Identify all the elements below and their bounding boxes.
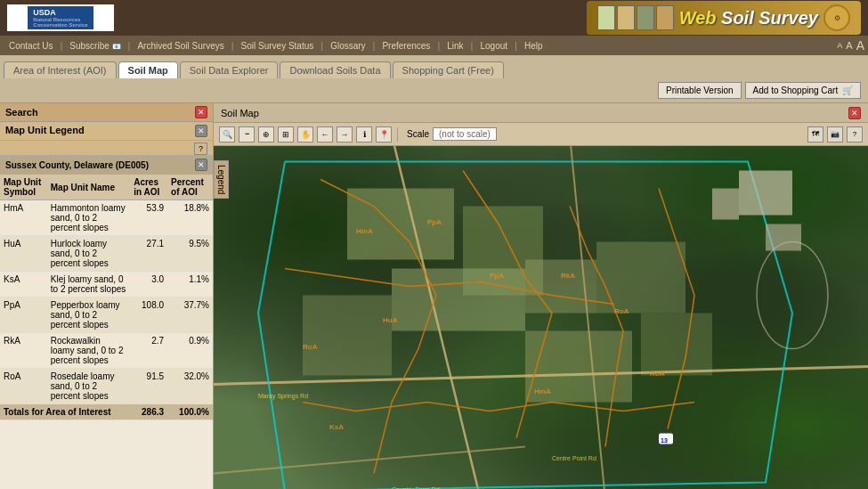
county-name: Sussex County, Delaware (DE005) xyxy=(5,160,149,170)
usda-text: USDA xyxy=(33,8,87,17)
search-close-button[interactable]: ✕ xyxy=(195,106,207,118)
nav-help[interactable]: Help xyxy=(519,39,548,53)
add-to-shopping-cart-button[interactable]: Add to Shopping Cart 🛒 xyxy=(745,82,861,99)
font-small[interactable]: A xyxy=(837,41,842,50)
nav-preferences[interactable]: Preferences xyxy=(377,39,435,53)
info-tool[interactable]: ℹ xyxy=(356,126,372,143)
action-bar: Printable Version Add to Shopping Cart 🛒 xyxy=(0,78,868,103)
totals-acres: 286.3 xyxy=(130,404,167,420)
svg-text:Country Farm Rd: Country Farm Rd xyxy=(392,486,440,490)
map-unit-legend-label: Map Unit Legend xyxy=(5,125,85,137)
forward-tool[interactable]: → xyxy=(337,126,353,143)
cell-acres: 2.7 xyxy=(130,333,167,369)
cell-percent: 1.1% xyxy=(167,272,213,297)
svg-rect-10 xyxy=(596,242,685,314)
legend-help-row: ? xyxy=(0,141,213,156)
svg-text:HuA: HuA xyxy=(383,316,398,324)
svg-rect-12 xyxy=(641,314,712,376)
nav-contact-us[interactable]: Contact Us xyxy=(4,39,58,53)
county-header: Sussex County, Delaware (DE005) ✕ xyxy=(0,156,213,175)
cell-acres: 53.9 xyxy=(130,200,167,236)
totals-label: Totals for Area of Interest xyxy=(0,404,130,420)
tab-soil-data[interactable]: Soil Data Explorer xyxy=(180,61,279,78)
cell-acres: 27.1 xyxy=(130,236,167,272)
map-close-button[interactable]: ✕ xyxy=(848,107,861,119)
nav-soil-survey-status[interactable]: Soil Survey Status xyxy=(236,39,320,53)
cell-name: Hammonton loamy sand, 0 to 2 percent slo… xyxy=(47,200,130,236)
table-row: PpA Pepperbox loamy sand, 0 to 2 percent… xyxy=(0,297,213,333)
svg-text:13: 13 xyxy=(661,437,668,444)
svg-text:PpA: PpA xyxy=(490,272,504,280)
svg-text:HmA: HmA xyxy=(534,387,551,395)
svg-rect-18 xyxy=(712,189,739,220)
svg-rect-19 xyxy=(766,224,801,251)
wss-logo-area: Web Soil Survey ⚙ xyxy=(587,1,861,35)
col-symbol: Map Unit Symbol xyxy=(0,175,47,200)
map-panel-title: Soil Map xyxy=(221,108,259,118)
cell-name: Rockawalkin loamy sand, 0 to 2 percent s… xyxy=(47,333,130,369)
table-row: KsA Klej loamy sand, 0 to 2 percent slop… xyxy=(0,272,213,297)
legend-toggle-button[interactable]: 🗺 xyxy=(807,126,823,143)
header-left: USDA Natural ResourcesConservation Servi… xyxy=(7,4,114,31)
top-navigation: Contact Us | Subscribe 📧 | Archived Soil… xyxy=(0,36,868,55)
table-row: HuA Hurlock loamy sand, 0 to 2 percent s… xyxy=(0,236,213,272)
zoom-out-tool[interactable]: － xyxy=(239,126,255,143)
cart-icon: 🛒 xyxy=(842,86,853,95)
cell-percent: 37.7% xyxy=(167,297,213,333)
scale-label: Scale xyxy=(407,129,429,139)
main-content: Search ✕ Map Unit Legend ✕ ? Sussex Coun… xyxy=(0,103,868,489)
nav-archived-soil[interactable]: Archived Soil Surveys xyxy=(132,39,229,53)
svg-rect-7 xyxy=(392,269,525,331)
back-tool[interactable]: ← xyxy=(317,126,333,143)
zoom-in-tool[interactable]: 🔍 xyxy=(219,126,235,143)
tab-soil-map[interactable]: Soil Map xyxy=(118,61,178,78)
map-toolbar: 🔍 － ⊕ ⊞ ✋ ← → ℹ 📍 xyxy=(214,123,868,146)
tab-cart[interactable]: Shopping Cart (Free) xyxy=(393,61,504,78)
svg-text:Centre Point Rd: Centre Point Rd xyxy=(552,455,596,461)
cell-name: Hurlock loamy sand, 0 to 2 percent slope… xyxy=(47,236,130,272)
pan-tool[interactable]: ✋ xyxy=(297,126,313,143)
svg-text:RkA: RkA xyxy=(561,272,575,280)
main-tabs: Area of Interest (AOI) Soil Map Soil Dat… xyxy=(0,55,868,78)
search-label: Search xyxy=(5,107,38,118)
map-viewport[interactable]: HmA PpA PpA RoA HuA RkA RoA KsA HmA RoA … xyxy=(214,146,868,489)
font-large[interactable]: A xyxy=(856,38,864,53)
nav-glossary[interactable]: Glossary xyxy=(325,39,370,53)
font-medium[interactable]: A xyxy=(846,40,852,51)
nav-logout[interactable]: Logout xyxy=(475,39,513,53)
identify-tool[interactable]: 📍 xyxy=(376,126,392,143)
cell-symbol: PpA xyxy=(0,297,47,333)
legend-table: Map Unit Symbol Map Unit Name Acres in A… xyxy=(0,175,213,420)
zoom-box-tool[interactable]: ⊕ xyxy=(258,126,274,143)
svg-text:RoA: RoA xyxy=(303,343,318,351)
map-view-button[interactable]: 📷 xyxy=(827,126,843,143)
left-panel: Search ✕ Map Unit Legend ✕ ? Sussex Coun… xyxy=(0,103,214,489)
full-extent-tool[interactable]: ⊞ xyxy=(278,126,294,143)
table-row: RkA Rockawalkin loamy sand, 0 to 2 perce… xyxy=(0,333,213,369)
svg-text:KsA: KsA xyxy=(329,423,344,431)
legend-close-button[interactable]: ✕ xyxy=(195,125,207,137)
map-panel: Soil Map ✕ 🔍 － ⊕ ⊞ ✋ ← → xyxy=(214,103,868,489)
tab-aoi[interactable]: Area of Interest (AOI) xyxy=(4,61,117,78)
legend-help-icon[interactable]: ? xyxy=(194,143,207,155)
col-acres: Acres in AOI xyxy=(130,175,167,200)
nav-link[interactable]: Link xyxy=(442,39,468,53)
col-name: Map Unit Name xyxy=(47,175,130,200)
cell-acres: 91.5 xyxy=(130,369,167,404)
map-help-button[interactable]: ? xyxy=(847,126,863,143)
county-close-button[interactable]: ✕ xyxy=(195,159,207,171)
cell-symbol: HmA xyxy=(0,200,47,236)
usda-logo: USDA Natural ResourcesConservation Servi… xyxy=(7,4,114,31)
tab-download[interactable]: Download Soils Data xyxy=(280,61,390,78)
svg-text:PpA: PpA xyxy=(427,218,442,226)
nav-subscribe[interactable]: Subscribe 📧 xyxy=(64,39,126,53)
map-panel-header: Soil Map ✕ xyxy=(214,103,868,123)
printable-version-button[interactable]: Printable Version xyxy=(658,82,742,99)
svg-text:RoA: RoA xyxy=(650,370,665,378)
svg-rect-17 xyxy=(739,171,792,216)
totals-percent: 100.0% xyxy=(167,404,213,420)
cell-acres: 108.0 xyxy=(130,297,167,333)
site-header: USDA Natural ResourcesConservation Servi… xyxy=(0,0,868,36)
legend-side-tab[interactable]: Legend xyxy=(214,160,229,199)
cell-name: Rosedale loamy sand, 0 to 2 percent slop… xyxy=(47,369,130,404)
